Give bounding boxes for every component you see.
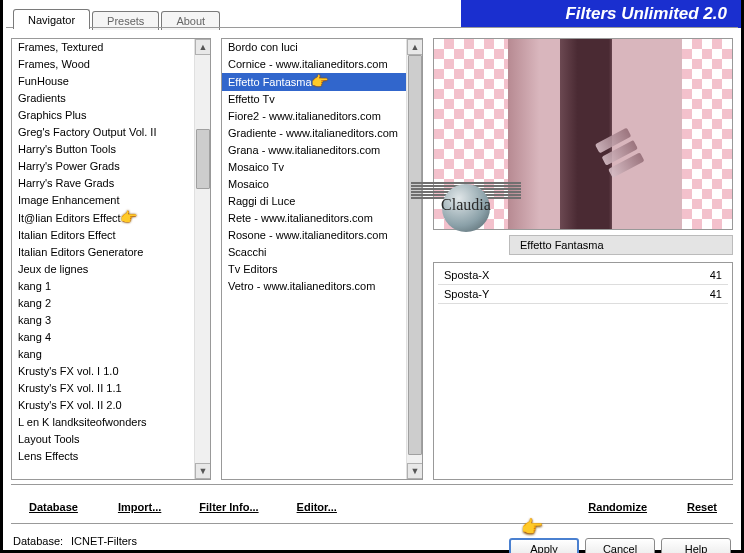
watermark: Claudia	[411, 178, 521, 238]
separator	[11, 523, 733, 524]
list-item[interactable]: Raggi di Luce	[222, 193, 406, 210]
list-item[interactable]: Italian Editors Effect	[12, 227, 194, 244]
list-item[interactable]: Fiore2 - www.italianeditors.com	[222, 108, 406, 125]
list-item[interactable]: Krusty's FX vol. I 1.0	[12, 363, 194, 380]
list-item[interactable]: Frames, Wood	[12, 56, 194, 73]
database-button[interactable]: Database	[19, 497, 88, 517]
watermark-text: Claudia	[441, 196, 491, 214]
list-item[interactable]: Vetro - www.italianeditors.com	[222, 278, 406, 295]
scroll-down-icon[interactable]: ▼	[407, 463, 423, 479]
preview-shape	[595, 126, 663, 207]
list-item[interactable]: Italian Editors Generatore	[12, 244, 194, 261]
titlebar: Navigator Presets About Filters Unlimite…	[3, 0, 741, 28]
list-item[interactable]: kang 3	[12, 312, 194, 329]
list-item[interactable]: kang 1	[12, 278, 194, 295]
list-item[interactable]: Gradients	[12, 90, 194, 107]
param-row[interactable]: Sposta-Y41	[434, 286, 732, 302]
list-item[interactable]: kang 4	[12, 329, 194, 346]
list-item[interactable]: It@lian Editors Effect 👈	[12, 209, 194, 227]
app-title: Filters Unlimited 2.0	[565, 0, 741, 28]
list-item[interactable]: Rete - www.italianeditors.com	[222, 210, 406, 227]
pointer-icon: 👈	[312, 74, 329, 89]
scroll-thumb[interactable]	[196, 129, 210, 189]
list-item[interactable]: FunHouse	[12, 73, 194, 90]
list-item[interactable]: Image Enhancement	[12, 192, 194, 209]
list-item[interactable]: Krusty's FX vol. II 1.1	[12, 380, 194, 397]
scroll-down-icon[interactable]: ▼	[195, 463, 211, 479]
list-item[interactable]: Layout Tools	[12, 431, 194, 448]
db-value: ICNET-Filters	[71, 535, 137, 547]
list-item[interactable]: Jeux de lignes	[12, 261, 194, 278]
list-item[interactable]: Harry's Rave Grads	[12, 175, 194, 192]
list-item[interactable]: Lens Effects	[12, 448, 194, 465]
editor-button[interactable]: Editor...	[287, 497, 347, 517]
list-item[interactable]: Mosaico Tv	[222, 159, 406, 176]
transparency-checker	[682, 39, 732, 229]
tab-underline	[6, 27, 738, 28]
list-item[interactable]: Effetto Tv	[222, 91, 406, 108]
scrollbar[interactable]: ▲ ▼	[406, 39, 422, 479]
import-button[interactable]: Import...	[108, 497, 171, 517]
status-info: Database:ICNET-Filters Filters:3967	[13, 534, 137, 553]
preview-image	[508, 39, 682, 229]
list-item[interactable]: Mosaico	[222, 176, 406, 193]
reset-button[interactable]: Reset	[677, 497, 727, 517]
pointer-icon: 👉	[521, 516, 543, 538]
randomize-button[interactable]: Randomize	[578, 497, 657, 517]
param-value: 41	[710, 288, 722, 300]
list-item[interactable]: Effetto Fantasma 👈	[222, 73, 406, 91]
filter-list: Bordo con luciCornice - www.italianedito…	[221, 38, 423, 480]
toolbar: Database Import... Filter Info... Editor…	[3, 489, 741, 519]
list-item[interactable]: Krusty's FX vol. II 2.0	[12, 397, 194, 414]
list-item[interactable]: L en K landksiteofwonders	[12, 414, 194, 431]
filters-label: Filters:	[13, 549, 71, 553]
scrollbar[interactable]: ▲ ▼	[194, 39, 210, 479]
tab-strip: Navigator Presets About	[3, 0, 220, 28]
parameter-panel: Sposta-X41Sposta-Y41	[433, 262, 733, 480]
separator	[438, 303, 728, 304]
list-item[interactable]: Cornice - www.italianeditors.com	[222, 56, 406, 73]
list-item[interactable]: Rosone - www.italianeditors.com	[222, 227, 406, 244]
list-item[interactable]: Grana - www.italianeditors.com	[222, 142, 406, 159]
param-name: Sposta-X	[444, 269, 710, 281]
help-button[interactable]: Help	[661, 538, 731, 553]
list-item[interactable]: kang 2	[12, 295, 194, 312]
category-list: Frames, TexturedFrames, WoodFunHouseGrad…	[11, 38, 211, 480]
list-item[interactable]: Tv Editors	[222, 261, 406, 278]
list-item[interactable]: Harry's Power Grads	[12, 158, 194, 175]
list-item[interactable]: Gradiente - www.italianeditors.com	[222, 125, 406, 142]
separator	[438, 284, 728, 285]
scroll-thumb[interactable]	[408, 55, 422, 455]
cancel-button[interactable]: Cancel	[585, 538, 655, 553]
list-item[interactable]: Harry's Button Tools	[12, 141, 194, 158]
param-value: 41	[710, 269, 722, 281]
db-label: Database:	[13, 534, 71, 549]
footer: Database:ICNET-Filters Filters:3967 Appl…	[3, 528, 741, 553]
apply-button[interactable]: Apply	[509, 538, 579, 553]
list-item[interactable]: kang	[12, 346, 194, 363]
list-item[interactable]: Graphics Plus	[12, 107, 194, 124]
separator	[11, 484, 733, 485]
pointer-icon: 👈	[121, 210, 138, 225]
list-item[interactable]: Bordo con luci	[222, 39, 406, 56]
param-name: Sposta-Y	[444, 288, 710, 300]
filter-info-button[interactable]: Filter Info...	[189, 497, 268, 517]
current-filter-name: Effetto Fantasma	[509, 235, 733, 255]
param-row[interactable]: Sposta-X41	[434, 267, 732, 283]
scroll-up-icon[interactable]: ▲	[407, 39, 423, 55]
scroll-up-icon[interactable]: ▲	[195, 39, 211, 55]
list-item[interactable]: Greg's Factory Output Vol. II	[12, 124, 194, 141]
tab-navigator[interactable]: Navigator	[13, 9, 90, 29]
list-item[interactable]: Scacchi	[222, 244, 406, 261]
list-item[interactable]: Frames, Textured	[12, 39, 194, 56]
